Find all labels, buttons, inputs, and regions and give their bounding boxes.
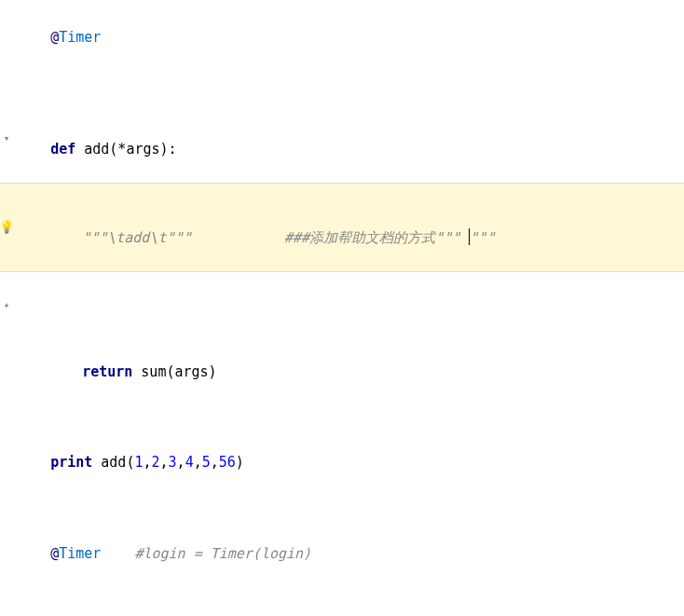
code-line[interactable]: @Timer: [0, 4, 684, 71]
spacing: [192, 229, 284, 246]
number: 4: [185, 454, 194, 471]
comment: ###添加帮助文档的方式""": [284, 229, 469, 246]
keyword-print: print: [50, 454, 92, 471]
call-close: ): [236, 454, 244, 471]
call-open: add(: [92, 454, 134, 471]
docstring-tail: """: [470, 229, 495, 246]
code-line[interactable]: ▾ def add(*args):: [0, 95, 684, 183]
comma: ,: [211, 454, 219, 471]
spacing: [101, 545, 134, 562]
fold-icon[interactable]: ▾: [2, 130, 11, 146]
call-expr: sum(args): [132, 363, 216, 380]
comma: ,: [177, 454, 185, 471]
comma: ,: [160, 454, 169, 471]
code-editor[interactable]: @Timer ▾ def add(*args): 💡 """\tadd\t"""…: [0, 0, 684, 616]
func-signature: add(*args):: [75, 141, 176, 157]
gutter: 💡: [0, 184, 13, 271]
code-line[interactable]: @Timer #login = Timer(login): [0, 520, 684, 587]
keyword-return: return: [82, 363, 132, 380]
lightbulb-icon[interactable]: 💡: [0, 218, 14, 237]
number: 2: [152, 454, 160, 471]
code-line-highlighted[interactable]: 💡 """\tadd\t""" ###添加帮助文档的方式""" """: [0, 183, 684, 272]
number: 3: [169, 454, 177, 471]
code-line-blank[interactable]: [0, 71, 684, 95]
keyword-def: def: [50, 141, 75, 157]
comment: #login = Timer(login): [134, 545, 311, 562]
number: 5: [202, 454, 211, 471]
code-line-blank[interactable]: [0, 496, 684, 520]
number: 56: [219, 454, 236, 471]
fold-end-icon[interactable]: ▴: [2, 297, 11, 313]
code-line-blank[interactable]: ▴: [0, 272, 684, 339]
comma: ,: [194, 454, 202, 471]
decorator-name: Timer: [59, 545, 101, 562]
code-line-blank[interactable]: [0, 587, 684, 611]
comma: ,: [143, 454, 151, 471]
code-line[interactable]: return sum(args): [0, 338, 684, 405]
code-line[interactable]: print add(1,2,3,4,5,56): [0, 430, 684, 497]
code-line[interactable]: ▾ def login():: [0, 611, 684, 617]
decorator-at: @: [50, 545, 59, 562]
code-line-blank[interactable]: [0, 405, 684, 430]
docstring: """\tadd\t""": [82, 229, 191, 246]
decorator-at: @: [50, 29, 59, 46]
decorator-name: Timer: [59, 29, 101, 46]
